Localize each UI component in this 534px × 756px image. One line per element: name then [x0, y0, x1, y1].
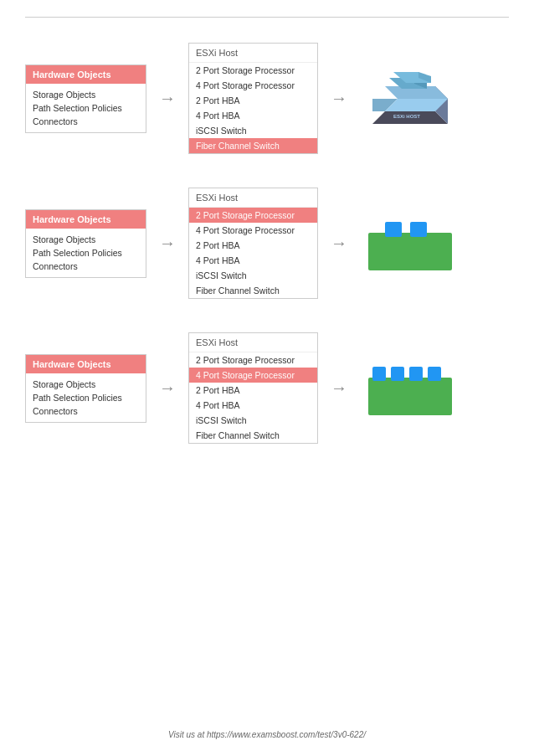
arrow-1: →: [159, 89, 176, 108]
menu-box-3: ESXi Host 2 Port Storage Processor 4 Por…: [188, 332, 318, 444]
menu-item[interactable]: 4 Port HBA: [189, 253, 317, 268]
storage-body: [368, 233, 452, 270]
arrow-right-3: →: [331, 378, 347, 398]
left-box-item: Path Selection Policies: [33, 246, 139, 260]
menu-item[interactable]: Fiber Channel Switch: [189, 283, 317, 298]
menu-box-2: ESXi Host 2 Port Storage Processor 4 Por…: [188, 188, 318, 299]
footer-text: Visit us at https://www.examsboost.com/t…: [168, 730, 366, 739]
menu-header-2: ESXi Host: [189, 188, 317, 208]
menu-header-1: ESXi Host: [189, 44, 317, 63]
left-box-item: Storage Objects: [33, 378, 139, 391]
menu-item[interactable]: 2 Port HBA: [189, 383, 317, 398]
page-container: Hardware Objects Storage Objects Path Se…: [0, 0, 534, 756]
port-2: [410, 222, 427, 237]
menu-item-highlighted[interactable]: 2 Port Storage Processor: [189, 208, 317, 223]
storage-body: [368, 378, 452, 415]
menu-box-1: ESXi Host 2 Port Storage Processor 4 Por…: [188, 43, 318, 154]
menu-item[interactable]: 4 Port Storage Processor: [189, 78, 317, 93]
footer: Visit us at https://www.examsboost.com/t…: [0, 730, 534, 739]
menu-item[interactable]: 4 Port HBA: [189, 398, 317, 413]
menu-item-highlighted[interactable]: Fiber Channel Switch: [189, 138, 317, 153]
left-box-header-2: Hardware Objects: [26, 210, 146, 229]
left-box-item: Connectors: [33, 404, 139, 418]
menu-item[interactable]: iSCSI Switch: [189, 413, 317, 428]
left-box-items-1: Storage Objects Path Selection Policies …: [26, 84, 146, 132]
top-divider: [25, 17, 509, 18]
left-box-header-1: Hardware Objects: [26, 65, 146, 84]
arrow-2: →: [159, 234, 176, 253]
port-4: [428, 367, 441, 381]
storage-4port-svg: [364, 357, 456, 419]
diagram-row-2: Hardware Objects Storage Objects Path Se…: [25, 188, 509, 299]
menu-item[interactable]: iSCSI Switch: [189, 268, 317, 283]
arrow-right-1: →: [331, 89, 347, 108]
port-3: [409, 367, 423, 381]
diagram-row-3: Hardware Objects Storage Objects Path Se…: [25, 332, 509, 444]
menu-item[interactable]: 2 Port HBA: [189, 238, 317, 253]
menu-item[interactable]: 4 Port Storage Processor: [189, 223, 317, 238]
arrow-right-2: →: [331, 234, 347, 253]
left-box-3: Hardware Objects Storage Objects Path Se…: [25, 354, 146, 423]
left-box-item: Connectors: [33, 260, 139, 273]
left-box-item: Connectors: [33, 115, 139, 128]
left-box-items-2: Storage Objects Path Selection Policies …: [26, 229, 146, 277]
esxi-label: ESXi HOST: [393, 114, 420, 119]
port-1: [372, 367, 386, 381]
port-2: [391, 367, 404, 381]
menu-header-3: ESXi Host: [189, 333, 317, 352]
arrow-3: →: [159, 378, 176, 398]
menu-item[interactable]: 2 Port Storage Processor: [189, 63, 317, 78]
menu-item-highlighted[interactable]: 4 Port Storage Processor: [189, 368, 317, 383]
left-box-item: Storage Objects: [33, 233, 139, 246]
menu-item[interactable]: iSCSI Switch: [189, 123, 317, 138]
left-box-1: Hardware Objects Storage Objects Path Se…: [25, 64, 146, 133]
esxi-svg: ESXi HOST: [368, 65, 452, 132]
left-box-item: Storage Objects: [33, 88, 139, 101]
diagram-row-1: Hardware Objects Storage Objects Path Se…: [25, 43, 509, 154]
storage-2port-svg: [364, 212, 456, 275]
menu-item[interactable]: 4 Port HBA: [189, 108, 317, 123]
menu-item[interactable]: 2 Port Storage Processor: [189, 352, 317, 368]
esxi-host-icon: ESXi HOST: [360, 65, 460, 132]
menu-item[interactable]: Fiber Channel Switch: [189, 428, 317, 443]
menu-item[interactable]: 2 Port HBA: [189, 93, 317, 108]
left-box-item: Path Selection Policies: [33, 391, 139, 404]
storage-4port-icon: [360, 357, 460, 419]
left-box-2: Hardware Objects Storage Objects Path Se…: [25, 209, 146, 278]
left-box-item: Path Selection Policies: [33, 101, 139, 115]
port-1: [385, 222, 402, 237]
storage-2port-icon: [360, 212, 460, 275]
left-box-items-3: Storage Objects Path Selection Policies …: [26, 373, 146, 422]
left-box-header-3: Hardware Objects: [26, 355, 146, 373]
